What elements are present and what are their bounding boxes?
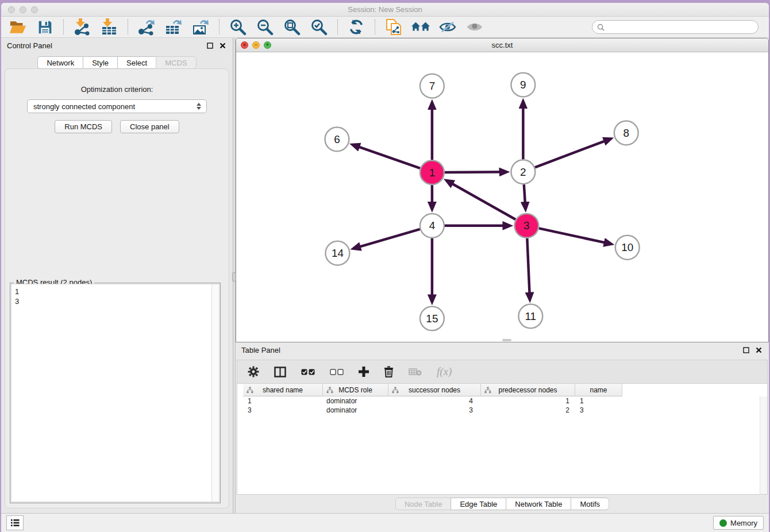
add-column-icon[interactable] [359,367,369,377]
network-resize-grip[interactable] [502,339,511,341]
graph-edge-1-6[interactable] [353,145,420,168]
hide-selected-icon[interactable] [437,18,459,36]
memory-status-icon [719,519,727,527]
cell-predecessor-nodes[interactable]: 1 [481,396,575,406]
delete-table-icon[interactable] [409,368,422,376]
optimization-criterion-select[interactable]: strongly connected component [27,99,207,113]
result-scrollbar[interactable] [211,284,219,502]
tab-node-table[interactable]: Node Table [395,498,451,510]
tab-network[interactable]: Network [37,56,83,69]
settings-gear-icon[interactable] [248,366,259,377]
toolbar-separator [63,20,64,34]
graph-edge-1-2[interactable] [445,172,507,172]
task-history-button[interactable] [6,515,24,530]
graph-node-label-14: 14 [332,247,344,259]
graph-edge-4-14[interactable] [353,229,420,249]
graph-node-label-10: 10 [621,241,633,253]
show-all-icon[interactable] [464,18,486,36]
attribute-type-icon [484,387,491,394]
cell-mcds-role[interactable]: dominator [323,406,388,415]
tab-mcds[interactable]: MCDS [156,56,196,69]
table-row[interactable]: 3 dominator 3 2 3 [237,406,767,415]
float-table-panel-icon[interactable] [741,346,750,354]
zoom-selected-icon[interactable] [308,18,330,36]
toolbar-separator [219,20,220,34]
graph-edge-2-8[interactable] [535,139,611,168]
optimization-criterion-label: Optimization criterion: [5,85,229,94]
cell-successor-nodes[interactable]: 3 [388,406,481,415]
mcds-result-list[interactable]: 1 3 [11,284,211,502]
toolbar-separator [337,20,338,34]
cell-shared-name[interactable]: 3 [243,406,323,415]
graph-edge-3-11[interactable] [527,238,530,300]
graph-node-label-11: 11 [525,310,537,322]
deselect-all-checkboxes-icon[interactable] [330,369,344,375]
zoom-out-icon[interactable] [254,18,276,36]
export-network-icon[interactable] [136,18,157,36]
memory-label: Memory [730,519,757,527]
split-columns-icon[interactable] [274,367,286,377]
search-field[interactable] [592,20,759,34]
delete-column-icon[interactable] [384,366,394,377]
graph-node-label-9: 9 [520,79,526,91]
tab-edge-table[interactable]: Edge Table [451,498,506,510]
close-panel-icon[interactable] [218,41,227,49]
graph-edge-3-10[interactable] [539,228,611,244]
network-window-titlebar[interactable]: × − + scc.txt [236,38,768,52]
main-toolbar [1,17,769,38]
column-header-predecessor-nodes[interactable]: predecessor nodes [481,384,575,396]
network-canvas[interactable]: 7968124314101511 [236,52,768,342]
run-mcds-button[interactable]: Run MCDS [55,120,112,133]
cell-mcds-role[interactable]: dominator [323,396,388,406]
cell-name[interactable]: 3 [575,406,622,415]
refresh-icon[interactable] [345,18,367,36]
memory-button[interactable]: Memory [713,516,764,530]
zoom-fit-icon[interactable] [281,18,303,36]
tab-style[interactable]: Style [83,56,117,69]
float-panel-icon[interactable] [205,41,214,49]
node-table: shared name MCDS role successor nodes [237,384,768,495]
cell-predecessor-nodes[interactable]: 2 [481,406,575,415]
control-panel-title: Control Panel [7,41,52,50]
cell-successor-nodes[interactable]: 4 [388,396,481,406]
export-image-icon[interactable] [190,18,211,36]
table-tabs: Node Table Edge Table Network Table Moti… [236,495,769,513]
cell-name[interactable]: 1 [575,396,622,406]
close-table-panel-icon[interactable] [754,346,763,354]
network-window-title: scc.txt [236,41,768,49]
search-input[interactable] [607,23,753,31]
export-table-icon[interactable] [163,18,184,36]
chevron-updown-icon [195,103,203,110]
tab-motifs[interactable]: Motifs [571,498,609,510]
function-builder-icon[interactable]: f(x) [437,365,452,378]
app-title: Session: New Session [1,5,769,14]
table-header-row: shared name MCDS role successor nodes [237,384,767,396]
import-table-icon[interactable] [98,18,120,36]
column-header-shared-name[interactable]: shared name [243,384,323,396]
column-header-mcds-role[interactable]: MCDS role [323,384,388,396]
column-label: successor nodes [409,386,460,394]
network-from-file-icon[interactable] [383,18,405,36]
column-label: name [590,386,607,394]
tab-network-table[interactable]: Network Table [506,498,571,510]
graph-svg[interactable]: 7968124314101511 [236,52,768,342]
column-header-successor-nodes[interactable]: successor nodes [388,384,481,396]
table-scrollbar[interactable] [760,396,767,494]
table-row[interactable]: 1 dominator 4 1 1 [237,396,767,406]
close-panel-button[interactable]: Close panel [120,120,179,133]
graph-node-label-15: 15 [426,313,438,325]
graph-edge-2-3[interactable] [524,184,526,209]
column-header-name[interactable]: name [575,384,622,396]
first-neighbors-icon[interactable] [410,18,432,36]
graph-node-label-8: 8 [623,127,630,139]
zoom-in-icon[interactable] [227,18,249,36]
cell-shared-name[interactable]: 1 [243,396,323,406]
open-session-icon[interactable] [7,18,29,36]
save-session-icon[interactable] [34,18,56,36]
import-network-icon[interactable] [71,18,93,36]
graph-node-label-3: 3 [523,219,530,232]
table-panel-title: Table Panel [241,346,280,354]
select-all-checkboxes-icon[interactable] [301,369,315,375]
graph-edge-3-1[interactable] [446,180,515,219]
tab-select[interactable]: Select [117,56,156,69]
